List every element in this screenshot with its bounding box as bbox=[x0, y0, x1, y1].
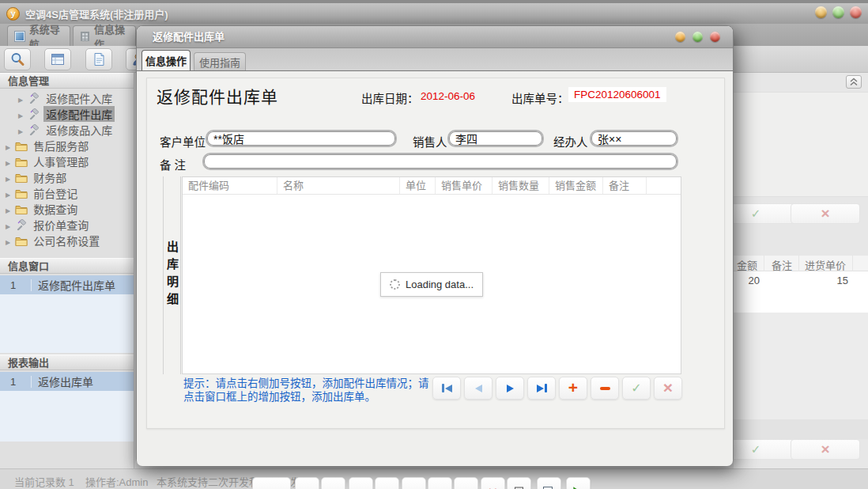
column-sale-qty[interactable]: 销售数量 bbox=[492, 177, 549, 194]
run-button[interactable] bbox=[566, 477, 591, 489]
search-icon bbox=[9, 51, 25, 67]
tab-information-operation[interactable]: 信息操作 bbox=[73, 25, 136, 46]
cell-amount: 20 bbox=[734, 275, 760, 286]
tool-icon bbox=[28, 124, 40, 136]
loading-indicator: Loading data... bbox=[380, 272, 483, 297]
section-header-report-output: 报表输出 bbox=[0, 354, 134, 370]
plus-icon bbox=[568, 381, 578, 396]
sidebar-item-label-selected: 返修配件出库 bbox=[43, 106, 115, 122]
info-window-item[interactable]: 1 返修配件出库单 bbox=[0, 275, 134, 294]
sidebar-item-repair-scrap-inbound[interactable]: 返修废品入库 bbox=[0, 122, 134, 138]
column-part-code[interactable]: 配件编码 bbox=[183, 177, 277, 194]
record-collapse-button[interactable] bbox=[428, 477, 452, 489]
detail-prev-button[interactable] bbox=[464, 377, 492, 400]
column-sale-amount[interactable]: 销售金额 bbox=[549, 177, 603, 194]
remark-input[interactable] bbox=[202, 153, 678, 170]
column-remark[interactable]: 备注 bbox=[603, 177, 647, 194]
item-number: 1 bbox=[0, 376, 32, 388]
sidebar-item-front-desk[interactable]: 前台登记 bbox=[0, 185, 134, 201]
detail-remove-button[interactable] bbox=[591, 377, 619, 400]
dialog-titlebar[interactable]: 返修配件出库单 bbox=[137, 26, 733, 48]
application-window: y 空调4S店管理系统(非注册用户) 系统导航 信息操作 bbox=[0, 0, 868, 489]
column-sale-price[interactable]: 销售单价 bbox=[436, 177, 492, 194]
sidebar-item-label: 返修废品入库 bbox=[43, 122, 115, 138]
dialog-minimize-button[interactable] bbox=[675, 32, 685, 42]
detail-first-button[interactable] bbox=[432, 377, 461, 400]
handler-input[interactable] bbox=[590, 130, 678, 147]
column-unit[interactable]: 单位 bbox=[400, 177, 436, 194]
maximize-button[interactable] bbox=[832, 6, 844, 18]
check-icon bbox=[461, 486, 471, 489]
detail-last-button[interactable] bbox=[527, 377, 556, 400]
record-prev-button[interactable] bbox=[321, 477, 345, 489]
detail-side-strip: 出库明细 bbox=[163, 176, 181, 374]
sidebar-item-finance-dept[interactable]: 财务部 bbox=[0, 169, 134, 185]
background-cancel-button-2[interactable]: × bbox=[791, 439, 860, 460]
seller-input[interactable] bbox=[447, 130, 544, 147]
background-table-header: 金额 备注 进货单价 bbox=[734, 255, 868, 271]
dialog-tab-user-guide[interactable]: 使用指南 bbox=[194, 52, 246, 70]
detail-confirm-button[interactable] bbox=[622, 377, 651, 400]
folder-icon bbox=[15, 156, 28, 168]
cross-icon bbox=[663, 381, 673, 396]
form-icon bbox=[50, 51, 66, 67]
collapse-panel-button[interactable] bbox=[846, 75, 862, 89]
record-next-button[interactable] bbox=[349, 477, 373, 489]
sidebar-item-repair-parts-inbound[interactable]: 返修配件入库 bbox=[0, 90, 134, 106]
dialog-tab-information-operation[interactable]: 信息操作 bbox=[142, 50, 191, 70]
background-table-row[interactable]: 20 15 bbox=[734, 271, 868, 290]
first-page-icon bbox=[442, 384, 452, 392]
detail-next-button[interactable] bbox=[496, 377, 524, 400]
sidebar-item-quotation-query[interactable]: 报价单查询 bbox=[0, 217, 134, 233]
record-remove-button[interactable] bbox=[402, 477, 426, 489]
tab-system-navigation[interactable]: 系统导航 bbox=[7, 25, 70, 46]
info-window-area bbox=[0, 294, 134, 353]
record-first-button[interactable] bbox=[295, 477, 319, 489]
record-cancel-button[interactable] bbox=[481, 477, 505, 489]
add-record-button[interactable]: 增加 bbox=[252, 477, 291, 489]
background-table-body bbox=[734, 290, 868, 313]
outbound-date-value: 2012-06-06 bbox=[421, 90, 475, 102]
play-icon bbox=[572, 487, 584, 489]
chevron-right-icon bbox=[6, 218, 10, 231]
sidebar-item-hr-dept[interactable]: 人事管理部 bbox=[0, 154, 134, 169]
detail-vertical-label: 出库明细 bbox=[164, 241, 180, 310]
dialog-close-button[interactable] bbox=[710, 32, 720, 42]
print-preview-button[interactable] bbox=[537, 477, 561, 489]
folder-icon bbox=[15, 235, 28, 247]
hint-text: 提示：请点击右侧加号按钮，添加配件出库情况；请点击窗口框上的增加按钮，添加出库单… bbox=[183, 377, 438, 404]
seller-label: 销售人 bbox=[413, 133, 447, 150]
document-button[interactable] bbox=[85, 48, 112, 70]
report-output-item[interactable]: 1 返修出库单 bbox=[0, 372, 134, 391]
column-header: 备注 bbox=[772, 257, 792, 272]
close-button[interactable] bbox=[850, 6, 862, 18]
outbound-no-value: FPC20120606001 bbox=[568, 87, 666, 102]
check-icon: ✓ bbox=[751, 207, 761, 221]
sidebar-item-after-sales-dept[interactable]: 售后服务部 bbox=[0, 138, 134, 154]
window-controls bbox=[815, 6, 862, 18]
printer-icon bbox=[511, 487, 526, 489]
dialog-maximize-button[interactable] bbox=[693, 32, 703, 42]
record-confirm-button[interactable] bbox=[454, 477, 478, 489]
sidebar-item-company-name-setting[interactable]: 公司名称设置 bbox=[0, 233, 134, 248]
chevron-right-icon bbox=[18, 92, 23, 104]
customer-input[interactable] bbox=[206, 130, 397, 147]
print-button[interactable] bbox=[507, 477, 531, 489]
detail-cancel-button[interactable] bbox=[654, 377, 682, 400]
sidebar: 信息管理 返修配件入库 返修配件出库 返修废品入库 售后服务部 bbox=[0, 73, 134, 468]
background-cancel-button[interactable]: × bbox=[791, 203, 860, 224]
record-last-button[interactable] bbox=[375, 477, 399, 489]
app-logo-icon: y bbox=[6, 7, 20, 21]
remark-label: 备 注 bbox=[160, 156, 186, 172]
sidebar-item-label: 财务部 bbox=[31, 169, 69, 185]
chevron-double-up-icon bbox=[848, 77, 859, 87]
search-button[interactable] bbox=[4, 48, 31, 70]
minimize-button[interactable] bbox=[815, 6, 827, 18]
sidebar-item-repair-parts-outbound[interactable]: 返修配件出库 bbox=[0, 106, 134, 122]
chevron-right-icon bbox=[6, 234, 10, 247]
detail-add-button[interactable] bbox=[559, 377, 587, 400]
form-view-button[interactable] bbox=[44, 48, 71, 70]
next-icon bbox=[507, 385, 514, 392]
sidebar-item-data-query[interactable]: 数据查询 bbox=[0, 201, 134, 217]
column-name[interactable]: 名称 bbox=[277, 177, 400, 194]
